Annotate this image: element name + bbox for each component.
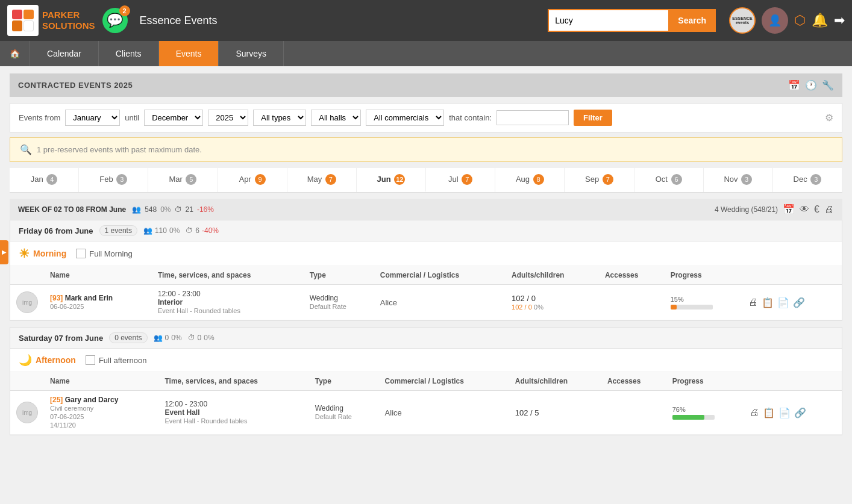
tab-dec[interactable]: Dec 3 — [773, 168, 842, 192]
event-commercial: Alice — [385, 408, 402, 417]
event-progress-pct: 15% — [671, 296, 684, 303]
filter-contain-input[interactable] — [496, 110, 569, 125]
section-icons: 📅 🕐 🔧 — [788, 79, 834, 91]
tab-sep[interactable]: Sep 7 — [565, 168, 634, 192]
open-action-icon[interactable]: 🔗 — [794, 407, 806, 418]
nav-surveys[interactable]: Surveys — [219, 41, 284, 66]
col-time: Time, services, and spaces — [152, 266, 304, 285]
event-time-cell: 12:00 - 23:00 Event Hall Event Hall - Ro… — [158, 391, 309, 435]
filters-bar: Events from JanuaryFebruaryMarch until D… — [10, 103, 842, 132]
day-saturday-header: Saturday 07 from June 0 events 👥 0 0% ⏱ … — [10, 328, 842, 349]
print-action-icon[interactable]: 🖨 — [750, 407, 759, 418]
event-time: 12:00 - 23:00 — [164, 400, 207, 408]
event-accesses-cell — [599, 285, 665, 320]
logo-sq-orange — [23, 10, 34, 19]
event-time-cell: 12:00 - 23:00 Interior Event Hall - Roun… — [152, 285, 304, 320]
filter-month-to[interactable]: December — [144, 110, 203, 126]
search-button[interactable]: Search — [668, 9, 716, 32]
col-actions — [744, 372, 842, 391]
full-morning-checkbox[interactable] — [76, 249, 86, 258]
afternoon-label: 🌙 Afternoon — [19, 353, 76, 367]
logo-area: PARKER SOLUTIONS — [7, 5, 95, 36]
side-collapse-tab[interactable]: ▶ — [0, 240, 8, 264]
copy-action-icon[interactable]: 📋 — [762, 297, 774, 308]
action-icons: 🖨 📋 📄 🔗 — [748, 297, 836, 308]
table-row: img [93] Mark and Erin 06-06-2025 12:00 … — [10, 285, 842, 320]
event-avatar: img — [16, 291, 38, 313]
copy-action-icon[interactable]: 📋 — [763, 407, 775, 418]
filter-button[interactable]: Filter — [574, 110, 612, 126]
event-service: Interior — [158, 298, 183, 306]
week-right: 4 Wedding (548/21) 📅 👁 € 🖨 — [715, 204, 834, 215]
day-saturday-hours: ⏱ 0 0% — [188, 334, 215, 342]
event-time: 12:00 - 23:00 — [158, 290, 201, 298]
logo-sq-white — [23, 20, 34, 31]
filter-options-icon[interactable]: ⚙ — [825, 112, 833, 123]
paste-action-icon[interactable]: 📄 — [778, 407, 791, 418]
header-icons: ESSENCEevents 👤 ⬡ 🔔 ➡ — [729, 7, 845, 34]
filter-month-from[interactable]: JanuaryFebruaryMarch — [65, 110, 120, 126]
full-afternoon-checkbox[interactable] — [86, 355, 95, 365]
col-img — [10, 266, 44, 285]
nav-home[interactable]: 🏠 — [0, 41, 30, 66]
event-img-cell: img — [10, 285, 44, 320]
history-icon[interactable]: 🕐 — [805, 79, 817, 91]
open-action-icon[interactable]: 🔗 — [793, 297, 805, 308]
tab-oct[interactable]: Oct 6 — [634, 168, 704, 192]
week-attendees: 548 — [145, 205, 157, 214]
tab-jun[interactable]: Jun 12 — [357, 168, 426, 192]
logout-icon[interactable]: ➡ — [834, 13, 845, 28]
event-commercial-cell: Alice — [379, 391, 509, 435]
settings-icon[interactable]: 🔧 — [822, 79, 834, 91]
week-euro-icon[interactable]: € — [814, 204, 819, 215]
logo-squares — [12, 10, 34, 31]
whatsapp-icon: 💬 — [107, 13, 123, 28]
event-id: [93] — [50, 294, 63, 302]
event-progress-pct: 76% — [672, 406, 686, 413]
week-print-icon[interactable]: 🖨 — [824, 204, 834, 215]
event-adults-cell: 102 / 0 102 / 0 0% — [506, 285, 599, 320]
filter-year[interactable]: 2025 — [208, 110, 248, 126]
warning-icon: 🔍 — [20, 144, 32, 155]
tab-feb[interactable]: Feb 3 — [79, 168, 148, 192]
event-actions-cell: 🖨 📋 📄 🔗 — [744, 391, 842, 435]
tab-jan[interactable]: Jan 4 — [10, 168, 79, 192]
event-commercial-cell: Alice — [374, 285, 506, 320]
col-img — [10, 372, 44, 391]
tab-apr[interactable]: Apr 9 — [218, 168, 287, 192]
whatsapp-button[interactable]: 💬 2 — [102, 8, 128, 33]
progress-bar-wrap — [672, 415, 715, 420]
nav-calendar[interactable]: Calendar — [30, 41, 99, 66]
event-type-cell: Wedding Default Rate — [304, 285, 374, 320]
logo-box — [7, 5, 39, 36]
main-nav: 🏠 Calendar Clients Events Surveys — [0, 41, 852, 66]
calendar-icon[interactable]: 📅 — [788, 79, 800, 91]
day-friday-header: Friday 06 from June 1 events 👥 110 0% ⏱ … — [10, 220, 842, 241]
col-adults: Adults/children — [506, 266, 599, 285]
nav-events[interactable]: Events — [159, 41, 219, 66]
event-avatar: img — [16, 402, 38, 423]
week-calendar-icon[interactable]: 📅 — [783, 204, 795, 215]
filter-type[interactable]: All types — [253, 110, 306, 126]
search-input[interactable] — [548, 9, 668, 32]
print-action-icon[interactable]: 🖨 — [748, 297, 758, 308]
attendees-icon: 👥 — [143, 226, 152, 235]
event-adults-main: 102 / 0 — [512, 294, 536, 303]
paste-action-icon[interactable]: 📄 — [777, 297, 789, 308]
event-progress-cell: 15% — [665, 285, 743, 320]
tab-nov[interactable]: Nov 3 — [704, 168, 773, 192]
filter-hall[interactable]: All halls — [311, 110, 361, 126]
filter-commercial[interactable]: All commercials — [366, 110, 444, 126]
tab-may[interactable]: May 7 — [287, 168, 357, 192]
location-icon[interactable]: ⬡ — [794, 13, 806, 28]
week-eye-icon[interactable]: 👁 — [800, 204, 809, 215]
col-accesses: Accesses — [599, 266, 665, 285]
tab-mar[interactable]: Mar 5 — [148, 168, 218, 192]
logo-sq-red — [12, 10, 22, 19]
bell-icon[interactable]: 🔔 — [812, 13, 828, 28]
tab-jul[interactable]: Jul 7 — [426, 168, 495, 192]
nav-clients[interactable]: Clients — [99, 41, 159, 66]
afternoon-section: 🌙 Afternoon Full afternoon — [10, 349, 842, 372]
tab-aug[interactable]: Aug 8 — [495, 168, 565, 192]
day-saturday-events-badge: 0 events — [109, 332, 147, 343]
